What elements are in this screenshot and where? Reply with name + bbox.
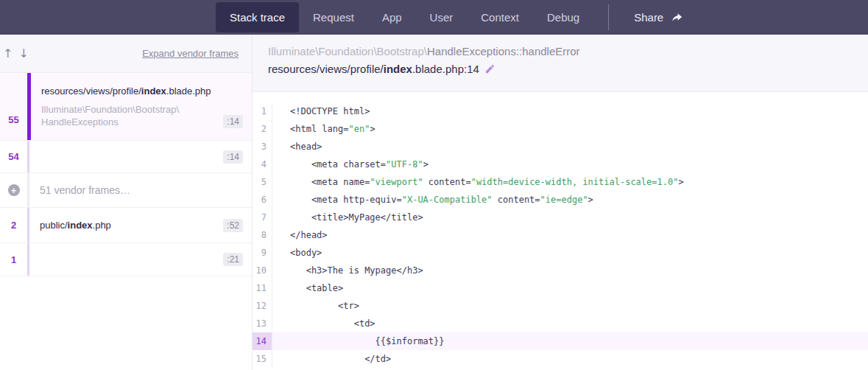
frame-detail-panel: Illuminate\Foundation\Bootstrap\HandleEx… bbox=[253, 35, 868, 370]
method-signature: Illuminate\Foundation\Bootstrap\HandleEx… bbox=[268, 45, 868, 57]
tab-app[interactable]: App bbox=[368, 0, 416, 35]
tab-debug[interactable]: Debug bbox=[533, 0, 593, 35]
code-line: 7 <title>MyPage</title> bbox=[253, 209, 868, 226]
code-text: <body> bbox=[272, 248, 322, 258]
open-in-editor-button[interactable] bbox=[484, 63, 495, 74]
top-navbar: Stack trace Request App User Context Deb… bbox=[0, 0, 868, 35]
stack-frame-2[interactable]: 2 public/index.php :52 bbox=[0, 208, 252, 243]
code-text: {{$informat}} bbox=[272, 336, 445, 346]
tab-request[interactable]: Request bbox=[299, 0, 368, 35]
code-text: <head> bbox=[272, 142, 322, 152]
line-number: 11 bbox=[253, 279, 272, 297]
code-line: 3<head> bbox=[253, 138, 868, 156]
code-text: </td> bbox=[272, 354, 391, 364]
code-text: <title>MyPage</title> bbox=[272, 212, 423, 223]
code-line: 13 <td> bbox=[253, 315, 868, 332]
line-number: 15 bbox=[253, 350, 272, 368]
code-text: <!DOCTYPE html> bbox=[272, 106, 370, 116]
line-number: 1 bbox=[253, 102, 272, 120]
line-number: 6 bbox=[253, 191, 272, 209]
stack-frames-sidebar: ↑ ↓ Expand vendor frames 55 resources/vi… bbox=[0, 35, 253, 370]
code-text: <meta charset="UTF-8"> bbox=[272, 159, 428, 170]
stack-frame-55[interactable]: 55 resources/views/profile/index.blade.p… bbox=[0, 73, 252, 141]
line-number: 14 bbox=[253, 332, 272, 350]
frame-number: 54 bbox=[0, 141, 27, 172]
line-number: 2 bbox=[253, 120, 272, 138]
next-frame-arrow-icon[interactable]: ↓ bbox=[15, 45, 31, 62]
code-text: <tr> bbox=[272, 301, 359, 311]
code-line: 4 <meta charset="UTF-8"> bbox=[253, 156, 868, 173]
code-viewer: 1<!DOCTYPE html>2<html lang="en">3<head>… bbox=[253, 92, 868, 370]
line-number: 3 bbox=[253, 138, 272, 156]
code-text: <h3>The is Mypage</h3> bbox=[272, 265, 423, 276]
line-number: 7 bbox=[253, 209, 272, 226]
line-number: 8 bbox=[253, 226, 272, 244]
code-lines: 1<!DOCTYPE html>2<html lang="en">3<head>… bbox=[253, 102, 868, 368]
code-line: 8</head> bbox=[253, 226, 868, 244]
code-line: 1<!DOCTYPE html> bbox=[253, 102, 868, 120]
pencil-icon bbox=[484, 63, 495, 74]
code-text: <table> bbox=[272, 283, 343, 293]
code-text: </head> bbox=[272, 230, 328, 240]
frame-number: 55 bbox=[0, 73, 27, 140]
frame-file-path: resources/views/profile/index.blade.php bbox=[41, 85, 243, 97]
code-line: 12 <tr> bbox=[253, 297, 868, 315]
frame-class-name: Illuminate\Foundation\Bootstrap\ HandleE… bbox=[41, 103, 179, 128]
line-number: 5 bbox=[253, 173, 272, 191]
code-text: <td> bbox=[272, 318, 375, 329]
code-line: 2<html lang="en"> bbox=[253, 120, 868, 138]
stack-frame-54[interactable]: 54 :14 bbox=[0, 141, 252, 173]
line-number: 4 bbox=[253, 156, 272, 173]
code-line: 10 <h3>The is Mypage</h3> bbox=[253, 262, 868, 279]
frame-line-badge: :52 bbox=[223, 219, 243, 232]
frame-line-badge: :21 bbox=[223, 253, 243, 266]
frame-line-badge: :14 bbox=[223, 150, 243, 164]
sidebar-header: ↑ ↓ Expand vendor frames bbox=[0, 35, 252, 73]
tab-context[interactable]: Context bbox=[467, 0, 533, 35]
line-number: 12 bbox=[253, 297, 272, 315]
frame-line-badge: :14 bbox=[223, 115, 243, 128]
code-line: 11 <table> bbox=[253, 279, 868, 297]
share-arrow-icon bbox=[671, 11, 683, 24]
code-text: <meta http-equiv="X-UA-Compatible" conte… bbox=[272, 195, 593, 205]
code-line: 5 <meta name="viewport" content="width=d… bbox=[253, 173, 868, 191]
code-line: 15 </td> bbox=[253, 350, 868, 368]
stack-frame-1[interactable]: 1 :21 bbox=[0, 243, 252, 276]
tab-stack-trace[interactable]: Stack trace bbox=[216, 2, 299, 32]
frame-number: 2 bbox=[0, 208, 27, 242]
prev-frame-arrow-icon[interactable]: ↑ bbox=[0, 45, 15, 62]
vendor-frames-label: 51 vendor frames… bbox=[40, 184, 130, 196]
share-button-label: Share bbox=[634, 11, 663, 24]
navbar-divider bbox=[608, 4, 609, 30]
line-number: 13 bbox=[253, 315, 272, 332]
code-text: <html lang="en"> bbox=[272, 124, 375, 134]
code-text: <meta name="viewport" content="width=dev… bbox=[272, 177, 684, 187]
code-line: 9<body> bbox=[253, 244, 868, 262]
file-path: resources/views/profile/index.blade.php:… bbox=[268, 63, 868, 75]
tab-user[interactable]: User bbox=[416, 0, 467, 35]
code-line: 14 {{$informat}} bbox=[253, 332, 868, 350]
vendor-frames-row[interactable]: + 51 vendor frames… bbox=[0, 173, 252, 208]
expand-vendor-frames-link[interactable]: Expand vendor frames bbox=[142, 48, 239, 59]
share-button[interactable]: Share bbox=[624, 0, 694, 35]
code-line: 6 <meta http-equiv="X-UA-Compatible" con… bbox=[253, 191, 868, 209]
frame-file-path: public/index.php bbox=[40, 220, 111, 231]
line-number: 9 bbox=[253, 244, 272, 262]
frame-detail-header: Illuminate\Foundation\Bootstrap\HandleEx… bbox=[253, 35, 868, 92]
frame-number: 1 bbox=[0, 243, 27, 276]
plus-circle-icon: + bbox=[8, 184, 20, 196]
line-number: 10 bbox=[253, 262, 272, 279]
